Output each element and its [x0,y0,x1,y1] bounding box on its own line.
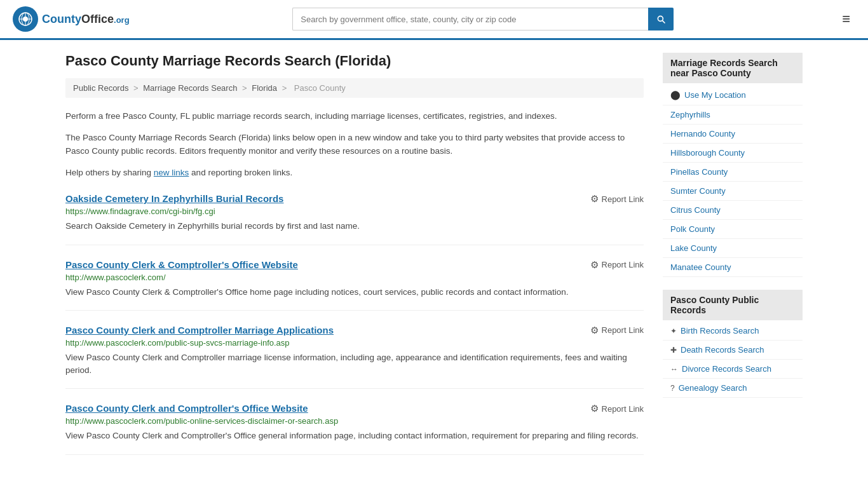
sidebar-nearby-2[interactable]: Hillsborough County [663,144,803,163]
menu-button[interactable]: ≡ [837,8,855,30]
result-url-0[interactable]: https://www.findagrave.com/cgi-bin/fg.cg… [65,207,644,216]
breadcrumb-florida[interactable]: Florida [252,83,277,93]
sidebar-nearby-4[interactable]: Sumter County [663,182,803,201]
report-label-1: Report Link [602,260,644,269]
sidebar-pr-0[interactable]: ✦Birth Records Search [663,322,803,341]
sidebar-nearby-7[interactable]: Lake County [663,239,803,258]
result-url-1[interactable]: http://www.pascoclerk.com/ [65,273,644,282]
content-area: Pasco County Marriage Records Search (Fl… [65,53,644,455]
report-link-3[interactable]: ⚙ Report Link [590,403,644,414]
result-desc-2: View Pasco County Clerk and Comptroller … [65,351,644,377]
result-title-2[interactable]: Pasco County Clerk and Comptroller Marri… [65,325,334,336]
results-container: Oakside Cemetery In Zephyrhills Burial R… [65,193,644,454]
sidebar-pr-2[interactable]: ↔Divorce Records Search [663,360,803,379]
result-item: Pasco County Clerk and Comptroller Marri… [65,325,644,390]
breadcrumb-sep2: > [242,83,249,93]
new-links[interactable]: new links [154,168,189,177]
logo-icon [13,6,38,32]
location-icon: ⬤ [670,90,681,100]
search-input[interactable] [292,8,648,30]
breadcrumb-marriage-records[interactable]: Marriage Records Search [143,83,237,93]
description-1: Perform a free Pasco County, FL public m… [65,109,644,123]
breadcrumb-sep3: > [282,83,289,93]
result-header: Pasco County Clerk and Comptroller Marri… [65,325,644,336]
result-url-2[interactable]: http://www.pascoclerk.com/public-sup-svc… [65,338,644,348]
report-icon-0: ⚙ [590,193,599,205]
sidebar-pr-3[interactable]: ?Genealogy Search [663,379,803,398]
logo-org: .org [114,15,130,25]
use-location[interactable]: ⬤ Use My Location [663,85,803,105]
search-area [292,8,674,30]
sidebar-nearby-1[interactable]: Hernando County [663,125,803,144]
nearby-section: Marriage Records Search near Pasco Count… [663,53,803,277]
logo: CountyOffice.org [13,6,130,32]
result-item: Oakside Cemetery In Zephyrhills Burial R… [65,193,644,245]
pr-icon-2: ↔ [670,365,678,374]
nearby-title: Marriage Records Search near Pasco Count… [663,53,803,83]
sidebar-nearby-6[interactable]: Polk County [663,220,803,239]
search-button[interactable] [648,8,674,30]
breadcrumb: Public Records > Marriage Records Search… [65,78,644,98]
report-label-2: Report Link [602,325,644,335]
result-desc-1: View Pasco County Clerk & Comptroller's … [65,286,644,299]
use-location-label: Use My Location [684,90,746,100]
result-header: Pasco County Clerk and Comptroller's Off… [65,403,644,414]
report-link-2[interactable]: ⚙ Report Link [590,325,644,336]
report-icon-1: ⚙ [590,259,599,271]
breadcrumb-public-records[interactable]: Public Records [73,83,128,93]
main-container: Pasco County Marriage Records Search (Fl… [53,40,815,468]
result-header: Pasco County Clerk & Comptroller's Offic… [65,259,644,271]
result-title-1[interactable]: Pasco County Clerk & Comptroller's Offic… [65,259,298,270]
report-icon-2: ⚙ [590,325,599,336]
result-url-3[interactable]: http://www.pascoclerk.com/public-online-… [65,416,644,426]
public-records-links: ✦Birth Records Search✚Death Records Sear… [663,322,803,398]
description-3-post: and reporting broken links. [189,168,292,177]
sidebar: Marriage Records Search near Pasco Count… [663,53,803,455]
result-desc-0: Search Oakside Cemetery in Zephyrhills b… [65,220,644,233]
pr-icon-1: ✚ [670,346,677,355]
report-link-1[interactable]: ⚙ Report Link [590,259,644,271]
nearby-links: ZephyrhillsHernando CountyHillsborough C… [663,105,803,277]
result-header: Oakside Cemetery In Zephyrhills Burial R… [65,193,644,205]
result-desc-3: View Pasco County Clerk and Comptroller'… [65,430,644,442]
sidebar-nearby-3[interactable]: Pinellas County [663,163,803,182]
public-records-section: Pasco County Public Records ✦Birth Recor… [663,290,803,398]
result-item: Pasco County Clerk & Comptroller's Offic… [65,259,644,311]
report-icon-3: ⚙ [590,403,599,414]
logo-county: County [42,13,81,25]
logo-name: CountyOffice.org [42,13,130,25]
result-title-0[interactable]: Oakside Cemetery In Zephyrhills Burial R… [65,193,283,204]
pr-icon-0: ✦ [670,327,677,336]
report-label-3: Report Link [602,404,644,414]
description-3-pre: Help others by sharing [65,168,154,177]
report-link-0[interactable]: ⚙ Report Link [590,193,644,205]
sidebar-nearby-0[interactable]: Zephyrhills [663,105,803,125]
breadcrumb-sep1: > [133,83,140,93]
sidebar-pr-1[interactable]: ✚Death Records Search [663,341,803,360]
header: CountyOffice.org ≡ [0,0,868,40]
public-records-title: Pasco County Public Records [663,290,803,320]
report-label-0: Report Link [602,194,644,204]
sidebar-nearby-8[interactable]: Manatee County [663,258,803,277]
breadcrumb-current: Pasco County [294,83,346,93]
result-item: Pasco County Clerk and Comptroller's Off… [65,403,644,454]
result-title-3[interactable]: Pasco County Clerk and Comptroller's Off… [65,403,308,414]
page-title: Pasco County Marriage Records Search (Fl… [65,53,644,69]
description-2: The Pasco County Marriage Records Search… [65,131,644,158]
sidebar-nearby-5[interactable]: Citrus County [663,201,803,220]
description-3: Help others by sharing new links and rep… [65,166,644,180]
pr-icon-3: ? [670,384,675,393]
